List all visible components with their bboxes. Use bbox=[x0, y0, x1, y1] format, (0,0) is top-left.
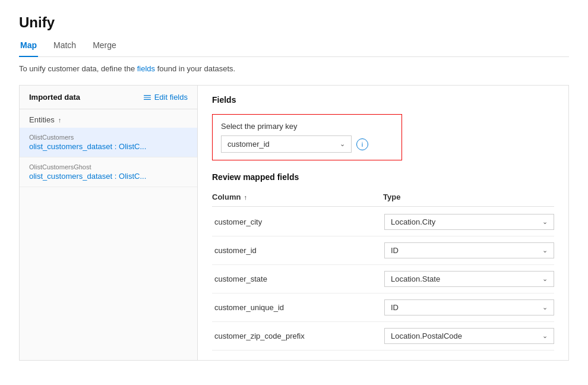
imported-data-title: Imported data bbox=[29, 93, 80, 102]
svg-rect-2 bbox=[144, 99, 151, 99]
entity-name-0: OlistCustomers bbox=[29, 134, 188, 141]
entity-full-0: olist_customers_dataset : OlistC... bbox=[29, 142, 188, 151]
main-layout: Imported data Edit fields Entities ↑ Oli… bbox=[19, 85, 569, 361]
cell-column-1: customer_id bbox=[212, 246, 384, 255]
column-sort-icon[interactable]: ↑ bbox=[244, 194, 247, 201]
type-chevron-1: ⌄ bbox=[542, 247, 548, 254]
left-panel: Imported data Edit fields Entities ↑ Oli… bbox=[20, 86, 198, 360]
primary-key-chevron: ⌄ bbox=[340, 140, 345, 148]
type-value-4: Location.PostalCode bbox=[391, 332, 462, 340]
table-row-2: customer_state Location.State ⌄ bbox=[212, 265, 554, 294]
table-row-3: customer_unique_id ID ⌄ bbox=[212, 294, 554, 322]
cell-type-0: Location.City ⌄ bbox=[384, 214, 554, 230]
primary-key-select-row: customer_id ⌄ i bbox=[221, 135, 393, 153]
cell-column-0: customer_city bbox=[212, 217, 384, 226]
right-panel: Fields Select the primary key customer_i… bbox=[198, 86, 568, 360]
review-title: Review mapped fields bbox=[212, 172, 554, 182]
primary-key-box: Select the primary key customer_id ⌄ i bbox=[212, 114, 402, 160]
cell-type-3: ID ⌄ bbox=[384, 299, 554, 315]
table-header-row: Column ↑ Type bbox=[212, 189, 554, 207]
table-row-4: customer_zip_code_prefix Location.Postal… bbox=[212, 322, 554, 351]
type-chevron-2: ⌄ bbox=[542, 275, 548, 283]
cell-type-1: ID ⌄ bbox=[384, 242, 554, 258]
edit-fields-icon bbox=[143, 93, 151, 102]
tab-match[interactable]: Match bbox=[52, 36, 77, 57]
type-chevron-0: ⌄ bbox=[542, 218, 548, 226]
column-header: Column ↑ bbox=[212, 192, 383, 201]
cell-type-2: Location.State ⌄ bbox=[384, 271, 554, 287]
cell-column-3: customer_unique_id bbox=[212, 303, 384, 312]
subtitle: To unify customer data, define the field… bbox=[19, 64, 569, 73]
tab-merge[interactable]: Merge bbox=[91, 36, 118, 57]
type-chevron-4: ⌄ bbox=[542, 332, 548, 340]
type-value-2: Location.State bbox=[391, 274, 440, 283]
type-select-4[interactable]: Location.PostalCode ⌄ bbox=[384, 328, 554, 344]
tab-map[interactable]: Map bbox=[19, 36, 38, 57]
type-value-1: ID bbox=[391, 246, 399, 255]
column-header-label: Column bbox=[212, 192, 241, 201]
type-chevron-3: ⌄ bbox=[542, 304, 548, 311]
cell-type-4: Location.PostalCode ⌄ bbox=[384, 328, 554, 344]
primary-key-label: Select the primary key bbox=[221, 122, 393, 131]
type-header: Type bbox=[383, 192, 554, 201]
edit-fields-button[interactable]: Edit fields bbox=[143, 93, 188, 102]
entity-name-1: OlistCustomersGhost bbox=[29, 163, 188, 171]
type-value-3: ID bbox=[391, 303, 399, 312]
left-panel-header: Imported data Edit fields bbox=[20, 86, 197, 109]
table-row-0: customer_city Location.City ⌄ bbox=[212, 208, 554, 236]
fields-title: Fields bbox=[212, 95, 554, 105]
info-icon[interactable]: i bbox=[356, 138, 368, 150]
type-select-0[interactable]: Location.City ⌄ bbox=[384, 214, 554, 230]
primary-key-select[interactable]: customer_id ⌄ bbox=[221, 135, 352, 153]
sort-icon[interactable]: ↑ bbox=[58, 116, 62, 124]
type-select-1[interactable]: ID ⌄ bbox=[384, 242, 554, 258]
cell-column-2: customer_state bbox=[212, 274, 384, 283]
type-value-0: Location.City bbox=[391, 217, 435, 226]
entity-full-1: olist_customers_dataset : OlistC... bbox=[29, 172, 188, 181]
page-container: Unify Map Match Merge To unify customer … bbox=[0, 0, 588, 385]
svg-rect-1 bbox=[144, 97, 151, 97]
entity-item-1[interactable]: OlistCustomersGhost olist_customers_data… bbox=[20, 157, 197, 187]
svg-rect-0 bbox=[144, 95, 151, 96]
tab-nav: Map Match Merge bbox=[19, 36, 569, 57]
page-title: Unify bbox=[19, 14, 569, 31]
type-select-2[interactable]: Location.State ⌄ bbox=[384, 271, 554, 287]
table-row-1: customer_id ID ⌄ bbox=[212, 236, 554, 265]
entity-item-0[interactable]: OlistCustomers olist_customers_dataset :… bbox=[20, 128, 197, 157]
edit-fields-label: Edit fields bbox=[154, 93, 188, 102]
primary-key-value: customer_id bbox=[227, 140, 270, 149]
entities-label: Entities bbox=[29, 115, 55, 124]
subtitle-link[interactable]: fields bbox=[137, 64, 155, 73]
type-select-3[interactable]: ID ⌄ bbox=[384, 299, 554, 315]
entities-header: Entities ↑ bbox=[20, 109, 197, 128]
cell-column-4: customer_zip_code_prefix bbox=[212, 332, 384, 340]
